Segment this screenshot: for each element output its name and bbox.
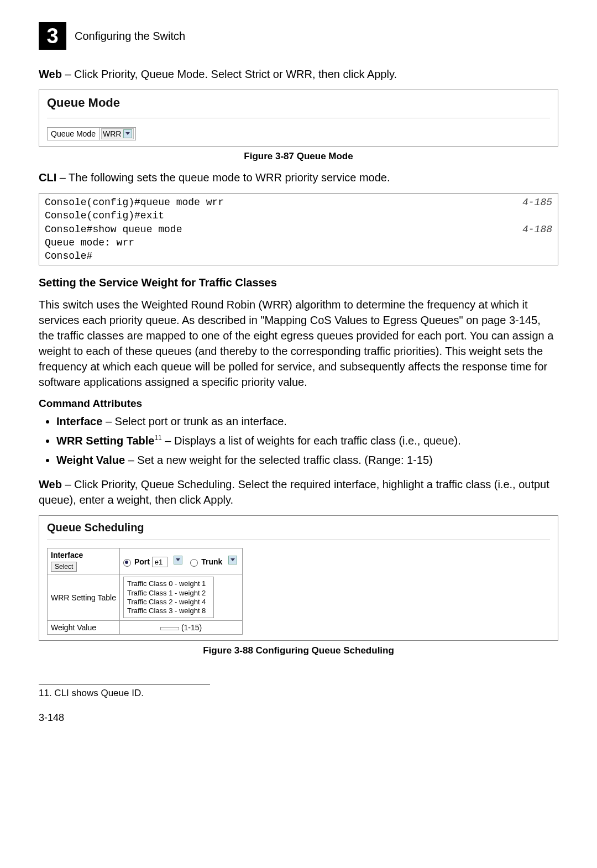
queue-mode-panel-title: Queue Mode xyxy=(47,96,550,118)
footnote-rule xyxy=(39,684,210,684)
list-item[interactable]: Traffic Class 1 - weight 2 xyxy=(127,589,210,598)
chevron-down-icon[interactable] xyxy=(123,129,132,138)
code-text: Console# xyxy=(45,249,92,263)
web-rest: – Click Priority, Queue Mode. Select Str… xyxy=(62,68,397,80)
queue-mode-label: Queue Mode xyxy=(48,128,100,140)
page-number: 3-148 xyxy=(39,712,558,724)
command-attributes-list: Interface – Select port or trunk as an i… xyxy=(39,413,558,469)
wrr-label-cell: WRR Setting Table xyxy=(48,574,120,621)
table-row: Weight Value (1-15) xyxy=(48,621,243,635)
web2-bold: Web xyxy=(39,478,62,490)
queue-scheduling-panel: Queue Scheduling Interface Select Port e… xyxy=(39,515,558,641)
code-ref: 4-188 xyxy=(522,223,552,236)
radio-trunk[interactable] xyxy=(190,559,198,567)
port-value: e1 xyxy=(155,558,163,566)
queue-mode-select[interactable]: WRR xyxy=(101,128,134,139)
attr-desc: – Displays a list of weights for each tr… xyxy=(162,435,461,447)
cli-instruction: CLI – The following sets the queue mode … xyxy=(39,170,558,185)
section-heading-service-weight: Setting the Service Weight for Traffic C… xyxy=(39,276,558,289)
weight-value-input[interactable] xyxy=(160,627,179,630)
queue-scheduling-title: Queue Scheduling xyxy=(47,521,550,540)
queue-scheduling-table: Interface Select Port e1 Trunk xyxy=(47,548,243,635)
table-row: Interface Select Port e1 Trunk xyxy=(48,548,243,574)
web-instruction-1: Web – Click Priority, Queue Mode. Select… xyxy=(39,66,558,82)
chapter-title: Configuring the Switch xyxy=(75,30,185,43)
code-row: Console(config)#exit xyxy=(45,209,552,222)
attr-name: WRR Setting Table xyxy=(56,435,154,447)
command-attributes-heading: Command Attributes xyxy=(39,398,558,410)
footnote: 11. CLI shows Queue ID. xyxy=(39,688,558,699)
code-text: Console(config)#queue mode wrr xyxy=(45,196,224,209)
attr-name: Weight Value xyxy=(56,454,125,466)
web-bold: Web xyxy=(39,68,62,80)
attr-desc: – Set a new weight for the selected traf… xyxy=(125,454,433,466)
attr-sup: 11 xyxy=(154,435,161,442)
weight-hint: (1-15) xyxy=(181,623,202,632)
attr-desc: – Select port or trunk as an interface. xyxy=(102,415,287,427)
cli-code-block: Console(config)#queue mode wrr 4-185 Con… xyxy=(39,193,558,265)
page-header: 3 Configuring the Switch xyxy=(39,22,558,50)
figure-88-caption: Figure 3-88 Configuring Queue Scheduling xyxy=(39,645,558,656)
chapter-number-badge: 3 xyxy=(39,22,66,50)
list-item: WRR Setting Table11 – Displays a list of… xyxy=(56,432,558,449)
trunk-label: Trunk xyxy=(201,557,222,566)
interface-label: Interface xyxy=(51,551,83,560)
chevron-down-icon[interactable] xyxy=(228,556,237,564)
queue-mode-select-value: WRR xyxy=(103,129,121,138)
list-item: Interface – Select port or trunk as an i… xyxy=(56,413,558,430)
code-row: Queue mode: wrr xyxy=(45,236,552,249)
code-text: Queue mode: wrr xyxy=(45,236,134,249)
port-dropdown[interactable] xyxy=(171,556,182,564)
port-label: Port xyxy=(134,557,150,566)
cli-rest: – The following sets the queue mode to W… xyxy=(56,171,390,184)
trunk-dropdown[interactable] xyxy=(226,556,237,564)
code-text: Console#show queue mode xyxy=(45,223,182,236)
list-item[interactable]: Traffic Class 2 - weight 4 xyxy=(127,598,210,606)
cli-bold: CLI xyxy=(39,171,56,184)
code-ref: 4-185 xyxy=(522,196,552,209)
web2-rest: – Click Priority, Queue Scheduling. Sele… xyxy=(39,478,549,506)
table-row: WRR Setting Table Traffic Class 0 - weig… xyxy=(48,574,243,621)
code-row: Console# xyxy=(45,249,552,263)
code-row: Console(config)#queue mode wrr 4-185 xyxy=(45,196,552,209)
radio-port[interactable] xyxy=(123,559,131,567)
web-instruction-2: Web – Click Priority, Queue Scheduling. … xyxy=(39,477,558,508)
queue-mode-row: Queue Mode WRR xyxy=(47,127,136,140)
attr-name: Interface xyxy=(56,415,102,427)
list-item[interactable]: Traffic Class 0 - weight 1 xyxy=(127,579,210,588)
section-paragraph: This switch uses the Weighted Round Robi… xyxy=(39,297,558,390)
queue-mode-panel: Queue Mode Queue Mode WRR xyxy=(39,90,558,147)
list-item: Weight Value – Set a new weight for the … xyxy=(56,452,558,469)
weight-label-cell: Weight Value xyxy=(48,621,120,635)
list-item[interactable]: Traffic Class 3 - weight 8 xyxy=(127,606,210,615)
port-select[interactable]: e1 xyxy=(152,557,167,567)
wrr-setting-listbox[interactable]: Traffic Class 0 - weight 1 Traffic Class… xyxy=(123,577,214,618)
select-button[interactable]: Select xyxy=(51,562,77,572)
code-text: Console(config)#exit xyxy=(45,209,164,222)
figure-87-caption: Figure 3-87 Queue Mode xyxy=(39,151,558,162)
chevron-down-icon[interactable] xyxy=(174,556,182,564)
code-row: Console#show queue mode 4-188 xyxy=(45,223,552,236)
